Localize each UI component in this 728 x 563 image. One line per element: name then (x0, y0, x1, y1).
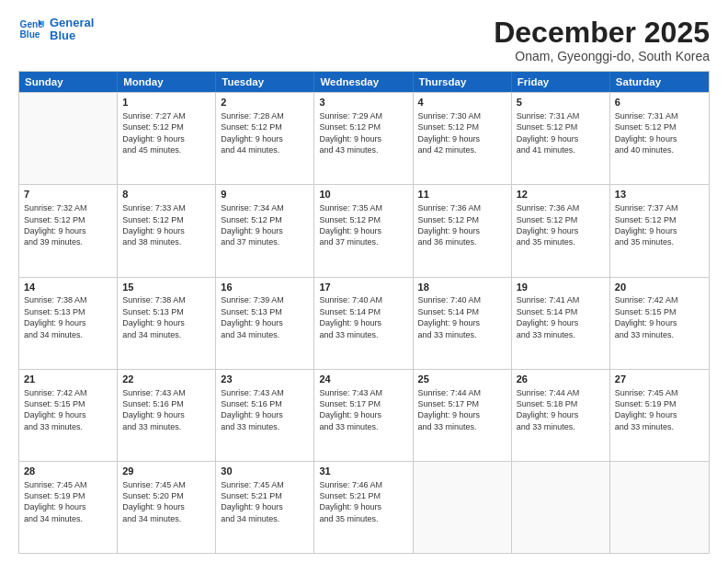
calendar-day-31: 31Sunrise: 7:46 AM Sunset: 5:21 PM Dayli… (314, 462, 413, 553)
day-info: Sunrise: 7:36 AM Sunset: 5:12 PM Dayligh… (418, 202, 506, 248)
day-info: Sunrise: 7:43 AM Sunset: 5:16 PM Dayligh… (221, 387, 309, 433)
day-number: 22 (122, 373, 210, 386)
logo-general: General (50, 17, 94, 29)
calendar-day-21: 21Sunrise: 7:42 AM Sunset: 5:15 PM Dayli… (19, 370, 118, 461)
day-number: 15 (122, 281, 210, 294)
day-info: Sunrise: 7:41 AM Sunset: 5:14 PM Dayligh… (517, 294, 605, 340)
day-number: 19 (517, 281, 605, 294)
calendar-day-27: 27Sunrise: 7:45 AM Sunset: 5:19 PM Dayli… (610, 370, 709, 461)
calendar-day-18: 18Sunrise: 7:40 AM Sunset: 5:14 PM Dayli… (414, 278, 512, 369)
day-info: Sunrise: 7:27 AM Sunset: 5:12 PM Dayligh… (122, 110, 210, 156)
day-number: 17 (319, 281, 407, 294)
calendar-day-20: 20Sunrise: 7:42 AM Sunset: 5:15 PM Dayli… (610, 278, 709, 369)
day-number: 20 (615, 281, 704, 294)
calendar-day-6: 6Sunrise: 7:31 AM Sunset: 5:12 PM Daylig… (610, 93, 709, 184)
day-info: Sunrise: 7:29 AM Sunset: 5:12 PM Dayligh… (319, 110, 407, 156)
day-number: 4 (418, 96, 506, 109)
day-info: Sunrise: 7:38 AM Sunset: 5:13 PM Dayligh… (24, 294, 112, 340)
header-cell-sunday: Sunday (19, 72, 118, 92)
day-number: 11 (418, 188, 506, 201)
day-info: Sunrise: 7:35 AM Sunset: 5:12 PM Dayligh… (319, 202, 407, 248)
calendar-day-2: 2Sunrise: 7:28 AM Sunset: 5:12 PM Daylig… (216, 93, 314, 184)
day-number: 16 (221, 281, 309, 294)
day-number: 2 (221, 96, 309, 109)
header-cell-friday: Friday (512, 72, 610, 92)
header-cell-tuesday: Tuesday (216, 72, 314, 92)
calendar-day-30: 30Sunrise: 7:45 AM Sunset: 5:21 PM Dayli… (216, 462, 314, 553)
day-number: 18 (418, 281, 506, 294)
day-info: Sunrise: 7:42 AM Sunset: 5:15 PM Dayligh… (24, 387, 112, 433)
logo: General Blue General Blue (18, 17, 94, 43)
day-info: Sunrise: 7:45 AM Sunset: 5:21 PM Dayligh… (221, 479, 309, 525)
day-number: 3 (319, 96, 407, 109)
calendar-week-5: 28Sunrise: 7:45 AM Sunset: 5:19 PM Dayli… (19, 461, 709, 553)
header-cell-monday: Monday (118, 72, 216, 92)
header-cell-wednesday: Wednesday (314, 72, 413, 92)
day-info: Sunrise: 7:33 AM Sunset: 5:12 PM Dayligh… (122, 202, 210, 248)
calendar-week-3: 14Sunrise: 7:38 AM Sunset: 5:13 PM Dayli… (19, 277, 709, 369)
day-number: 6 (615, 96, 704, 109)
calendar: SundayMondayTuesdayWednesdayThursdayFrid… (18, 71, 710, 554)
calendar-day-5: 5Sunrise: 7:31 AM Sunset: 5:12 PM Daylig… (512, 93, 610, 184)
calendar-day-29: 29Sunrise: 7:45 AM Sunset: 5:20 PM Dayli… (118, 462, 216, 553)
page: General Blue General Blue December 2025 … (0, 0, 728, 563)
day-info: Sunrise: 7:37 AM Sunset: 5:12 PM Dayligh… (615, 202, 704, 248)
calendar-day-23: 23Sunrise: 7:43 AM Sunset: 5:16 PM Dayli… (216, 370, 314, 461)
day-info: Sunrise: 7:38 AM Sunset: 5:13 PM Dayligh… (122, 294, 210, 340)
header-cell-thursday: Thursday (414, 72, 512, 92)
title-block: December 2025 Onam, Gyeonggi-do, South K… (494, 17, 710, 63)
calendar-week-4: 21Sunrise: 7:42 AM Sunset: 5:15 PM Dayli… (19, 369, 709, 461)
day-info: Sunrise: 7:43 AM Sunset: 5:16 PM Dayligh… (122, 387, 210, 433)
day-number: 24 (319, 373, 407, 386)
location-subtitle: Onam, Gyeonggi-do, South Korea (494, 49, 710, 63)
svg-text:Blue: Blue (20, 30, 40, 40)
day-info: Sunrise: 7:28 AM Sunset: 5:12 PM Dayligh… (221, 110, 309, 156)
day-number: 9 (221, 188, 309, 201)
day-number: 23 (221, 373, 309, 386)
day-info: Sunrise: 7:31 AM Sunset: 5:12 PM Dayligh… (517, 110, 605, 156)
day-number: 8 (122, 188, 210, 201)
calendar-day-4: 4Sunrise: 7:30 AM Sunset: 5:12 PM Daylig… (414, 93, 512, 184)
calendar-empty-cell (414, 462, 512, 553)
calendar-day-10: 10Sunrise: 7:35 AM Sunset: 5:12 PM Dayli… (314, 185, 413, 276)
calendar-week-2: 7Sunrise: 7:32 AM Sunset: 5:12 PM Daylig… (19, 184, 709, 276)
day-number: 5 (517, 96, 605, 109)
calendar-week-1: 1Sunrise: 7:27 AM Sunset: 5:12 PM Daylig… (19, 92, 709, 184)
calendar-day-9: 9Sunrise: 7:34 AM Sunset: 5:12 PM Daylig… (216, 185, 314, 276)
logo-blue: Blue (50, 29, 94, 42)
day-number: 21 (24, 373, 112, 386)
day-number: 7 (24, 188, 112, 201)
calendar-body: 1Sunrise: 7:27 AM Sunset: 5:12 PM Daylig… (19, 92, 709, 553)
day-number: 29 (122, 465, 210, 478)
month-title: December 2025 (494, 17, 710, 49)
calendar-day-11: 11Sunrise: 7:36 AM Sunset: 5:12 PM Dayli… (414, 185, 512, 276)
day-info: Sunrise: 7:34 AM Sunset: 5:12 PM Dayligh… (221, 202, 309, 248)
day-info: Sunrise: 7:40 AM Sunset: 5:14 PM Dayligh… (319, 294, 407, 340)
day-info: Sunrise: 7:42 AM Sunset: 5:15 PM Dayligh… (615, 294, 704, 340)
day-number: 1 (122, 96, 210, 109)
calendar-day-15: 15Sunrise: 7:38 AM Sunset: 5:13 PM Dayli… (118, 278, 216, 369)
day-info: Sunrise: 7:30 AM Sunset: 5:12 PM Dayligh… (418, 110, 506, 156)
calendar-day-13: 13Sunrise: 7:37 AM Sunset: 5:12 PM Dayli… (610, 185, 709, 276)
calendar-day-22: 22Sunrise: 7:43 AM Sunset: 5:16 PM Dayli… (118, 370, 216, 461)
day-info: Sunrise: 7:44 AM Sunset: 5:17 PM Dayligh… (418, 387, 506, 433)
day-info: Sunrise: 7:39 AM Sunset: 5:13 PM Dayligh… (221, 294, 309, 340)
day-info: Sunrise: 7:45 AM Sunset: 5:20 PM Dayligh… (122, 479, 210, 525)
calendar-empty-cell (610, 462, 709, 553)
header: General Blue General Blue December 2025 … (18, 17, 710, 63)
calendar-day-26: 26Sunrise: 7:44 AM Sunset: 5:18 PM Dayli… (512, 370, 610, 461)
day-number: 13 (615, 188, 704, 201)
day-info: Sunrise: 7:45 AM Sunset: 5:19 PM Dayligh… (24, 479, 112, 525)
calendar-day-24: 24Sunrise: 7:43 AM Sunset: 5:17 PM Dayli… (314, 370, 413, 461)
day-info: Sunrise: 7:31 AM Sunset: 5:12 PM Dayligh… (615, 110, 704, 156)
day-number: 14 (24, 281, 112, 294)
day-number: 28 (24, 465, 112, 478)
calendar-day-3: 3Sunrise: 7:29 AM Sunset: 5:12 PM Daylig… (314, 93, 413, 184)
calendar-day-7: 7Sunrise: 7:32 AM Sunset: 5:12 PM Daylig… (19, 185, 118, 276)
calendar-day-19: 19Sunrise: 7:41 AM Sunset: 5:14 PM Dayli… (512, 278, 610, 369)
calendar-day-1: 1Sunrise: 7:27 AM Sunset: 5:12 PM Daylig… (118, 93, 216, 184)
calendar-day-25: 25Sunrise: 7:44 AM Sunset: 5:17 PM Dayli… (414, 370, 512, 461)
day-number: 27 (615, 373, 704, 386)
day-info: Sunrise: 7:32 AM Sunset: 5:12 PM Dayligh… (24, 202, 112, 248)
day-info: Sunrise: 7:40 AM Sunset: 5:14 PM Dayligh… (418, 294, 506, 340)
